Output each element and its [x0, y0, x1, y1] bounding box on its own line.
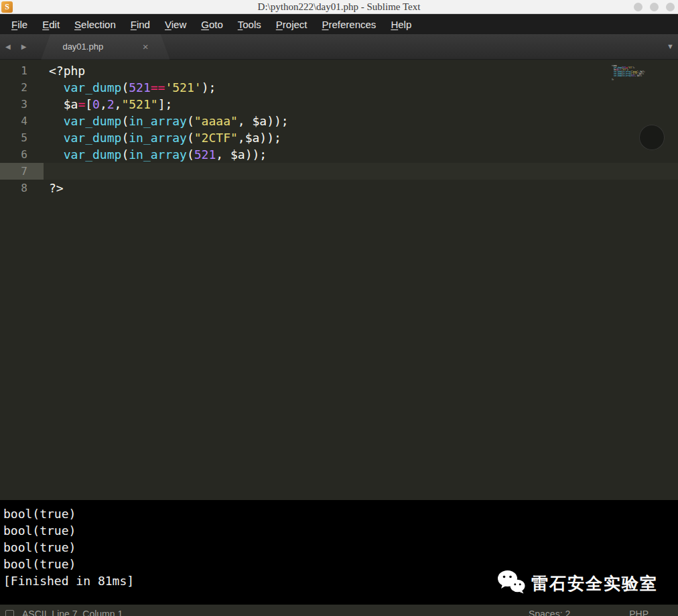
code-token: <?php [49, 64, 85, 78]
code-line-3[interactable]: 3 $a=[0,2,"521"]; [0, 96, 678, 113]
output-line: bool(true) [3, 522, 678, 539]
line-number: 8 [0, 180, 44, 196]
code-token: ( [187, 131, 194, 145]
code-line-7[interactable]: 7 [0, 163, 678, 180]
output-line: bool(true) [3, 505, 678, 522]
code-token: )); [639, 75, 642, 77]
line-number: 7 [0, 163, 44, 180]
code-token: , [238, 131, 245, 145]
tabbar: ◀ ▶ day01.php × ▼ [0, 34, 678, 60]
code-token: var_dump [64, 131, 122, 145]
code-token: $a [64, 97, 78, 111]
code-token: ?> [612, 79, 614, 81]
watermark: 雷石安全实验室 [497, 570, 658, 597]
tab-scroll-right-icon[interactable]: ▶ [16, 43, 32, 50]
code-token: = [78, 97, 85, 111]
code-token [49, 97, 64, 111]
status-panel-toggle-icon[interactable] [5, 610, 14, 616]
status-syntax[interactable]: PHP [629, 609, 649, 616]
code-text: var_dump(521=='521'); [49, 79, 216, 96]
line-number: 4 [0, 113, 44, 129]
menu-edit[interactable]: Edit [35, 19, 67, 30]
code-token: $a [245, 131, 260, 145]
menu-goto[interactable]: Goto [194, 19, 230, 30]
code-token: ( [121, 80, 129, 95]
code-token: ( [187, 114, 194, 128]
code-line-1[interactable]: 1<?php [0, 62, 678, 79]
code-token: in_array [129, 131, 187, 145]
statusbar: ASCII, Line 7, Column 1 Spaces: 2 PHP [0, 605, 678, 616]
status-indent[interactable]: Spaces: 2 [529, 609, 570, 616]
code-token: ( [187, 147, 194, 162]
code-token: , [216, 147, 230, 162]
minimap-line: var_dump(in_array(521, $a)); [612, 75, 647, 77]
code-token: var_dump [64, 114, 122, 128]
window-title: D:\python222\day01.php - Sublime Text [0, 1, 678, 13]
editor[interactable]: 1<?php2 var_dump(521=='521');3 $a=[0,2,"… [0, 60, 678, 500]
code-token: "2CTF" [194, 131, 238, 145]
line-number: 5 [0, 129, 44, 146]
code-token: "aaaa" [194, 114, 238, 128]
code-text: <?php [49, 62, 85, 79]
code-token: '521' [165, 80, 201, 95]
code-token: $a [230, 147, 245, 162]
code-token: var_dump [64, 147, 122, 162]
code-token: ( [121, 131, 129, 145]
code-token: in_array [129, 147, 187, 162]
line-number: 6 [0, 146, 44, 163]
menu-help[interactable]: Help [383, 19, 419, 30]
menu-selection[interactable]: Selection [67, 19, 123, 30]
code-line-2[interactable]: 2 var_dump(521=='521'); [0, 79, 678, 96]
output-line: bool(true) [3, 539, 678, 556]
menubar: FileEditSelectionFindViewGotoToolsProjec… [0, 14, 678, 34]
status-position: ASCII, Line 7, Column 1 [22, 609, 123, 616]
code-area[interactable]: 1<?php2 var_dump(521=='521');3 $a=[0,2,"… [0, 62, 678, 196]
code-line-5[interactable]: 5 var_dump(in_array("2CTF",$a)); [0, 129, 678, 146]
code-token: [ [85, 97, 92, 111]
code-line-4[interactable]: 4 var_dump(in_array("aaaa", $a)); [0, 113, 678, 129]
code-line-6[interactable]: 6 var_dump(in_array(521, $a)); [0, 146, 678, 163]
code-token: 521 [129, 80, 151, 95]
code-token [49, 147, 64, 162]
tab-close-icon[interactable]: × [143, 41, 149, 52]
code-token [49, 114, 64, 128]
tab-scroll-left-icon[interactable]: ◀ [0, 43, 16, 50]
code-token: in_array [129, 114, 187, 128]
line-number: 3 [0, 96, 44, 113]
code-token: ( [121, 147, 129, 162]
menu-project[interactable]: Project [269, 19, 315, 30]
maximize-button[interactable] [650, 3, 659, 11]
menu-find[interactable]: Find [123, 19, 157, 30]
minimize-button[interactable] [634, 3, 642, 11]
code-text: var_dump(in_array("2CTF",$a)); [49, 129, 281, 146]
menu-view[interactable]: View [157, 19, 194, 30]
code-line-8[interactable]: 8?> [0, 180, 678, 196]
code-token [49, 131, 64, 145]
menu-tools[interactable]: Tools [230, 19, 269, 30]
sublime-logo-icon: S [1, 1, 13, 13]
menu-preferences[interactable]: Preferences [314, 19, 383, 30]
code-text: var_dump(in_array(521, $a)); [49, 146, 267, 163]
code-token: 0 [92, 97, 100, 111]
code-token: 2 [107, 97, 115, 111]
code-token: ?> [49, 181, 64, 195]
tab-list-dropdown-icon[interactable]: ▼ [667, 42, 674, 50]
code-token: ]; [158, 97, 173, 111]
close-button[interactable] [666, 3, 675, 11]
code-token: == [151, 80, 165, 95]
tab-day01[interactable]: day01.php × [41, 34, 170, 60]
menu-file[interactable]: File [4, 19, 35, 30]
code-token: 521 [194, 147, 216, 162]
code-token: , [115, 97, 122, 111]
titlebar: S D:\python222\day01.php - Sublime Text [0, 0, 678, 14]
tab-label: day01.php [62, 42, 103, 52]
code-token: in_array [623, 75, 631, 77]
code-token: )); [267, 114, 289, 128]
code-token: $a [253, 114, 267, 128]
window-controls [634, 3, 678, 11]
minimap[interactable]: <?php var_dump(521=='521'); $a=[0,2,"521… [612, 65, 647, 81]
code-token [49, 80, 64, 95]
code-token: "521" [121, 97, 157, 111]
watermark-text: 雷石安全实验室 [531, 572, 658, 595]
code-text: ?> [49, 180, 64, 196]
